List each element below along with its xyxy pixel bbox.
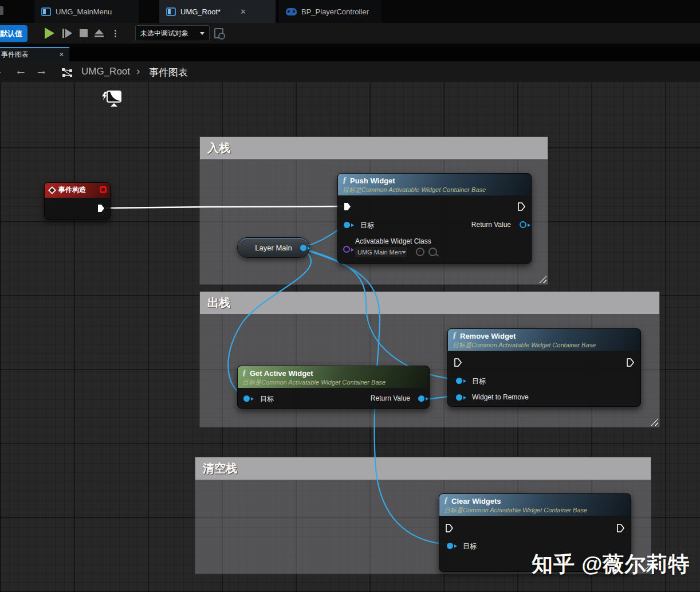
node-subtitle: 目标是Common Activatable Widget Container B… [343, 186, 526, 194]
output-pin[interactable] [300, 245, 306, 251]
pin-label: 目标 [472, 377, 486, 386]
toolbar: 默认值 未选中调试对象 [0, 23, 700, 44]
exec-out-pin[interactable] [97, 204, 105, 213]
tab-label: UMG_Root* [180, 7, 221, 16]
target-pin[interactable] [344, 222, 350, 228]
target-pin[interactable] [243, 395, 250, 402]
exec-in-pin[interactable] [454, 358, 462, 367]
variable-label: Layer Main [255, 244, 292, 252]
debug-marker-icon [100, 186, 107, 193]
node-title: 事件构造 [58, 185, 86, 195]
chevron-down-icon [402, 251, 406, 254]
eject-icon [95, 29, 104, 37]
class-pin[interactable] [343, 246, 350, 253]
close-icon[interactable]: ✕ [240, 7, 246, 16]
exec-out-pin[interactable] [616, 524, 625, 532]
node-get-active-widget[interactable]: ƒ Get Active Widget 目标是Common Activatabl… [237, 366, 430, 409]
play-button[interactable] [41, 25, 57, 42]
eject-button[interactable] [91, 25, 107, 42]
widget-to-remove-pin[interactable] [456, 394, 462, 401]
widget-class-dropdown[interactable]: UMG Main Men [354, 246, 408, 258]
node-remove-widget[interactable]: ƒ Remove Widget 目标是Common Activatable Wi… [447, 328, 641, 407]
function-icon: ƒ [444, 496, 448, 505]
widget-class-value: UMG Main Men [357, 249, 402, 256]
class-defaults-button[interactable]: 默认值 [0, 25, 27, 42]
breadcrumb-separator-icon: › [136, 65, 140, 77]
tab-bp-playercontroller[interactable]: BP_PlayerController [279, 0, 381, 23]
document-tab-row: 事件图表 ✕ [0, 47, 700, 61]
function-icon: ƒ [242, 368, 246, 378]
tab-umg-root[interactable]: UMG_Root* ✕ [159, 0, 276, 23]
pin-label: 目标 [260, 394, 274, 404]
tab-event-graph[interactable]: 事件图表 ✕ [0, 47, 69, 61]
resize-handle[interactable] [539, 276, 546, 283]
node-title: Clear Widgets [451, 497, 501, 505]
tab-label: BP_PlayerController [301, 7, 369, 16]
node-push-widget[interactable]: ƒ Push Widget 目标是Common Activatable Widg… [337, 173, 532, 264]
exec-in-pin[interactable] [343, 202, 352, 211]
function-icon: ƒ [343, 176, 347, 185]
breadcrumb-root[interactable]: UMG_Root [81, 66, 130, 77]
return-value-pin[interactable] [418, 395, 424, 402]
play-icon [45, 28, 54, 39]
comment-title[interactable]: 清空栈 [195, 457, 651, 480]
tab-umg-mainmenu[interactable]: UMG_MainMenu [34, 0, 139, 23]
node-title: Get Active Widget [250, 369, 313, 378]
widget-blueprint-icon [41, 7, 51, 16]
node-event-construct[interactable]: 事件构造 [44, 182, 111, 219]
function-icon: ƒ [453, 331, 457, 340]
return-value-pin[interactable] [520, 221, 526, 228]
event-icon [48, 186, 56, 194]
step-frame-button[interactable] [59, 25, 75, 42]
chevron-down-icon [200, 32, 205, 35]
watermark: 知乎 @薇尔莉特 [532, 550, 690, 579]
chevron-down-icon[interactable]: ⌄ [0, 67, 2, 76]
exec-out-pin[interactable] [626, 358, 635, 367]
node-subtitle: 目标是Common Activatable Widget Container B… [453, 341, 636, 350]
pin-label: Activatable Widget Class [355, 237, 431, 245]
pin-label: Return Value [471, 221, 511, 229]
breadcrumb-bar: ⌄ ← → UMG_Root › 事件图表 [0, 61, 700, 82]
resize-handle[interactable] [651, 418, 658, 426]
stop-icon [80, 29, 88, 37]
browse-asset-icon[interactable] [428, 248, 437, 256]
widget-blueprint-icon [166, 7, 176, 16]
play-options-button[interactable] [107, 25, 123, 42]
back-arrow-icon[interactable]: ← [15, 64, 27, 77]
exec-out-pin[interactable] [517, 202, 526, 211]
debug-object-dropdown[interactable]: 未选中调试对象 [135, 25, 210, 41]
pin-label: Return Value [371, 394, 410, 402]
target-pin[interactable] [456, 378, 462, 384]
comment-title[interactable]: 出栈 [200, 292, 659, 314]
node-subtitle: 目标是Common Activatable Widget Container B… [444, 506, 626, 515]
debug-object-label: 未选中调试对象 [140, 29, 188, 38]
node-layer-main[interactable]: Layer Main [237, 237, 310, 258]
file-tab-bar: UMG_MainMenu UMG_Root* ✕ BP_PlayerContro… [0, 0, 700, 23]
target-pin[interactable] [447, 543, 453, 549]
step-icon [62, 29, 72, 38]
exec-in-pin[interactable] [445, 524, 454, 532]
pin-label: 目标 [463, 542, 477, 551]
pin-label: 目标 [360, 221, 374, 230]
breadcrumb-current: 事件图表 [149, 66, 188, 79]
node-title: Remove Widget [460, 332, 516, 340]
close-icon[interactable]: ✕ [59, 51, 64, 58]
screen-cursor-icon [102, 91, 121, 109]
debug-filter-icon[interactable] [214, 28, 223, 38]
tab-label: 事件图表 [1, 50, 29, 60]
partial-tab-icon [0, 6, 3, 15]
tab-label: UMG_MainMenu [56, 7, 112, 16]
node-subtitle: 目标是Common Activatable Widget Container B… [242, 378, 424, 387]
kebab-menu-icon [115, 30, 116, 37]
graph-icon [62, 68, 73, 77]
node-title: Push Widget [350, 177, 395, 185]
pin-label: Widget to Remove [472, 393, 529, 401]
comment-title[interactable]: 入栈 [200, 137, 548, 159]
use-asset-icon[interactable] [416, 248, 424, 256]
gamepad-icon [286, 8, 297, 15]
stop-button[interactable] [76, 25, 92, 42]
forward-arrow-icon[interactable]: → [36, 64, 48, 77]
